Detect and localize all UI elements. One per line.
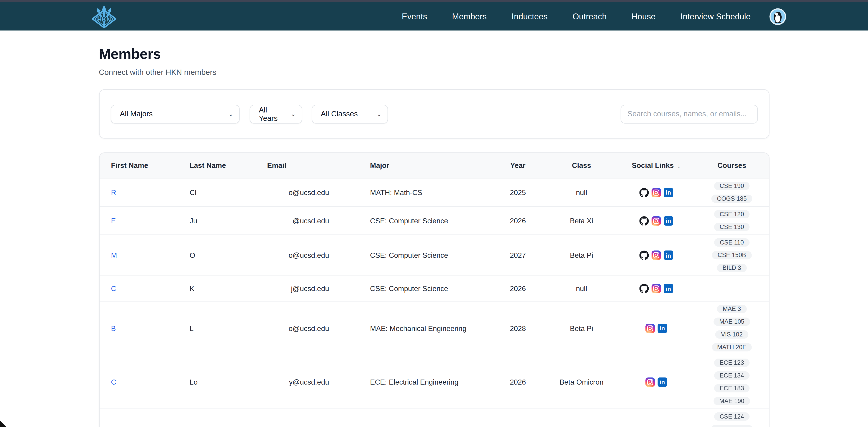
member-first-name-link[interactable]: B bbox=[111, 324, 116, 332]
member-email: o@ucsd.edu bbox=[267, 324, 329, 332]
linkedin-icon[interactable]: in bbox=[664, 284, 673, 293]
col-header-social-links[interactable]: Social Links↓ bbox=[617, 161, 695, 169]
years-select[interactable]: All Years ⌄ bbox=[249, 105, 302, 123]
nav-item-outreach[interactable]: Outreach bbox=[572, 11, 607, 21]
nav-item-house[interactable]: House bbox=[631, 11, 655, 21]
table-row: CSE 124 bbox=[99, 408, 769, 427]
github-icon[interactable] bbox=[639, 251, 649, 260]
svg-text:HKN: HKN bbox=[97, 15, 111, 22]
member-email: y@ucsd.edu bbox=[267, 378, 329, 386]
course-chip: CSE 110 bbox=[714, 238, 749, 247]
github-icon[interactable] bbox=[639, 284, 649, 293]
member-first-name-link[interactable]: M bbox=[111, 251, 117, 259]
col-header-major[interactable]: Major bbox=[359, 161, 490, 169]
instagram-icon[interactable] bbox=[652, 284, 661, 293]
member-year: 2025 bbox=[510, 188, 526, 196]
instagram-icon[interactable] bbox=[652, 188, 661, 197]
mouse-cursor bbox=[0, 421, 9, 427]
members-table: First Name Last Name Email Major Year Cl… bbox=[99, 152, 769, 427]
member-social-links: in bbox=[617, 216, 695, 225]
col-header-courses[interactable]: Courses bbox=[695, 161, 769, 169]
github-icon[interactable] bbox=[639, 188, 649, 197]
member-first-name-link[interactable]: C bbox=[111, 284, 116, 293]
member-major: MATH: Math-CS bbox=[370, 188, 422, 196]
table-row: C K j@ucsd.edu CSE: Computer Science 202… bbox=[99, 276, 769, 301]
majors-select[interactable]: All Majors ⌄ bbox=[111, 105, 240, 123]
instagram-icon[interactable] bbox=[645, 377, 655, 387]
member-email: @ucsd.edu bbox=[267, 217, 329, 225]
col-header-last-name[interactable]: Last Name bbox=[178, 161, 255, 169]
member-last-name: Lo bbox=[190, 378, 197, 386]
course-chip: CSE 120 bbox=[714, 210, 749, 218]
member-year: 2027 bbox=[510, 251, 526, 259]
course-chip: MAE 3 bbox=[717, 305, 747, 313]
table-body: R Cl o@ucsd.edu MATH: Math-CS 2025 null … bbox=[99, 178, 769, 427]
page-title: Members bbox=[99, 46, 769, 62]
user-avatar[interactable] bbox=[769, 8, 786, 25]
member-last-name: K bbox=[190, 284, 194, 293]
member-class: Beta Omicron bbox=[560, 378, 603, 386]
member-courses bbox=[695, 285, 769, 292]
col-header-year[interactable]: Year bbox=[490, 161, 546, 169]
course-chip: MAE 105 bbox=[714, 317, 750, 326]
course-chip: CSE 130 bbox=[714, 223, 749, 231]
chevron-down-icon: ⌄ bbox=[228, 110, 233, 118]
instagram-icon[interactable] bbox=[652, 251, 661, 260]
instagram-icon[interactable] bbox=[645, 323, 655, 333]
nav-items: Events Members Inductees Outreach House … bbox=[402, 11, 751, 21]
linkedin-icon[interactable]: in bbox=[664, 216, 673, 225]
linkedin-icon[interactable]: in bbox=[664, 251, 673, 260]
search-input[interactable] bbox=[620, 105, 758, 123]
course-chip: COGS 185 bbox=[712, 195, 752, 203]
nav-item-members[interactable]: Members bbox=[452, 11, 487, 21]
table-row: C Lo y@ucsd.edu ECE: Electrical Engineer… bbox=[99, 355, 769, 408]
member-courses: ECE 123ECE 134ECE 183MAE 190 bbox=[695, 355, 769, 408]
table-row: B L o@ucsd.edu MAE: Mechanical Engineeri… bbox=[99, 301, 769, 355]
table-header-row: First Name Last Name Email Major Year Cl… bbox=[99, 153, 769, 179]
member-courses: CSE 120CSE 130 bbox=[695, 207, 769, 234]
linkedin-icon[interactable]: in bbox=[658, 323, 667, 333]
col-header-email[interactable]: Email bbox=[255, 161, 359, 169]
sort-descending-icon[interactable]: ↓ bbox=[677, 161, 681, 169]
member-email: o@ucsd.edu bbox=[267, 188, 329, 196]
screen: HKN Events Members Inductees Outreach Ho… bbox=[0, 0, 868, 427]
majors-select-value: All Majors bbox=[120, 110, 153, 118]
member-first-name-link[interactable]: C bbox=[111, 378, 116, 386]
table-row: E Ju @ucsd.edu CSE: Computer Science 202… bbox=[99, 206, 769, 234]
hkn-logo[interactable]: HKN bbox=[92, 5, 116, 28]
years-select-value: All Years bbox=[259, 106, 285, 122]
member-class: null bbox=[576, 188, 587, 196]
member-courses: CSE 190COGS 185 bbox=[695, 178, 769, 206]
social-links-label: Social Links bbox=[632, 161, 674, 169]
search-wrap bbox=[620, 105, 758, 123]
table-row: R Cl o@ucsd.edu MATH: Math-CS 2025 null … bbox=[99, 178, 769, 206]
member-last-name: Ju bbox=[190, 217, 197, 225]
member-social-links: in bbox=[617, 377, 695, 387]
chevron-down-icon: ⌄ bbox=[291, 110, 296, 118]
classes-select[interactable]: All Classes ⌄ bbox=[311, 105, 388, 123]
table-row: M O o@ucsd.edu CSE: Computer Science 202… bbox=[99, 234, 769, 276]
course-chip: ECE 123 bbox=[714, 359, 749, 367]
course-chip bbox=[711, 425, 753, 427]
member-class: Beta Pi bbox=[570, 251, 593, 259]
penguin-avatar-icon bbox=[771, 9, 785, 24]
course-chip: ECE 134 bbox=[714, 371, 749, 379]
nav-item-inductees[interactable]: Inductees bbox=[512, 11, 548, 21]
member-class: null bbox=[576, 284, 587, 293]
nav-item-events[interactable]: Events bbox=[402, 11, 427, 21]
course-chip: MAE 190 bbox=[714, 397, 750, 405]
instagram-icon[interactable] bbox=[652, 216, 661, 225]
member-first-name-link[interactable]: E bbox=[111, 217, 116, 225]
member-first-name-link[interactable]: R bbox=[111, 188, 116, 196]
member-courses: CSE 110CSE 150BBILD 3 bbox=[695, 235, 769, 275]
linkedin-icon[interactable]: in bbox=[658, 377, 667, 387]
col-header-class[interactable]: Class bbox=[546, 161, 618, 169]
member-social-links: in bbox=[617, 323, 695, 333]
member-major: CSE: Computer Science bbox=[370, 217, 448, 225]
nav-item-interview-schedule[interactable]: Interview Schedule bbox=[681, 11, 751, 21]
linkedin-icon[interactable]: in bbox=[664, 188, 673, 197]
course-chip: VIS 102 bbox=[715, 330, 748, 339]
page-subtitle: Connect with other HKN members bbox=[99, 67, 769, 77]
github-icon[interactable] bbox=[639, 216, 649, 225]
col-header-first-name[interactable]: First Name bbox=[99, 161, 178, 169]
